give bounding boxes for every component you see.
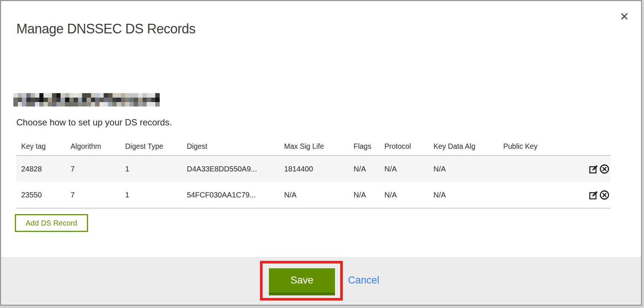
table-row: 2482871D4A33E8DD550A9...1814400N/AN/AN/A — [16, 156, 610, 182]
table-cell: N/A — [429, 191, 498, 199]
table-cell: N/A — [380, 191, 429, 199]
dnssec-modal: Manage DNSSEC DS Records ✕ Choose how to… — [0, 0, 642, 306]
table-cell: N/A — [429, 165, 498, 173]
close-button[interactable]: ✕ — [616, 9, 632, 25]
ds-records-table: Key tagAlgorithmDigest TypeDigestMax Sig… — [16, 137, 610, 209]
column-header: Protocol — [380, 142, 429, 151]
add-ds-record-button[interactable]: Add DS Record — [15, 214, 88, 232]
edit-icon — [589, 164, 599, 174]
table-cell: N/A — [380, 165, 429, 173]
close-icon: ✕ — [619, 10, 629, 23]
cancel-link[interactable]: Cancel — [348, 268, 379, 292]
column-header: Max Sig Life — [279, 142, 349, 151]
table-cell: 54FCF030AA1C79... — [182, 191, 279, 199]
table-cell: N/A — [349, 165, 380, 173]
page-title: Manage DNSSEC DS Records — [16, 21, 195, 37]
delete-button[interactable] — [599, 190, 609, 200]
delete-icon — [599, 164, 609, 174]
table-cell: 1 — [120, 191, 182, 199]
delete-button[interactable] — [599, 164, 609, 174]
column-header: Key tag — [16, 142, 66, 151]
modal-footer: Save Cancel — [1, 257, 641, 305]
column-header: Flags — [349, 142, 380, 151]
save-button[interactable]: Save — [269, 268, 335, 295]
edit-icon — [589, 190, 599, 200]
delete-icon — [599, 190, 609, 200]
table-cell: 1814400 — [279, 165, 349, 173]
table-cell: N/A — [349, 191, 380, 199]
edit-button[interactable] — [588, 190, 599, 200]
column-header: Digest Type — [120, 142, 182, 151]
table-row: 235507154FCF030AA1C79...N/AN/AN/AN/A — [16, 182, 610, 208]
row-actions — [575, 190, 610, 200]
table-header-row: Key tagAlgorithmDigest TypeDigestMax Sig… — [16, 137, 610, 155]
column-header: Public Key — [498, 142, 575, 151]
column-header: Key Data Alg — [429, 142, 498, 151]
instruction-text: Choose how to set up your DS records. — [16, 117, 172, 128]
table-cell: 23550 — [16, 191, 66, 199]
redacted-domain-name — [13, 93, 160, 107]
edit-button[interactable] — [588, 164, 599, 174]
table-cell: 1 — [120, 165, 182, 173]
table-cell: 7 — [66, 191, 120, 199]
table-cell: 24828 — [16, 165, 66, 173]
table-cell: N/A — [279, 191, 349, 199]
table-body: 2482871D4A33E8DD550A9...1814400N/AN/AN/A… — [16, 155, 610, 209]
table-cell: D4A33E8DD550A9... — [182, 165, 279, 173]
column-header: Algorithm — [66, 142, 120, 151]
table-cell: 7 — [66, 165, 120, 173]
row-actions — [575, 164, 610, 174]
column-header: Digest — [182, 142, 279, 151]
table-header: Key tagAlgorithmDigest TypeDigestMax Sig… — [16, 137, 610, 155]
